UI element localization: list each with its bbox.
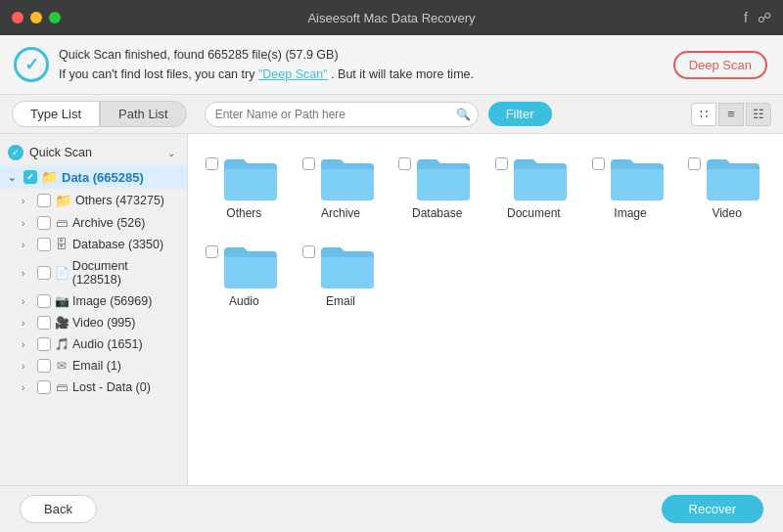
content-area: ✓ Quick Scan ⌄ ⌄ ✓ 📁 Data (665285) › 📁 O… [0,134,783,485]
sidebar-item-archive[interactable]: › 🗃 Archive (526) [0,212,187,234]
video-checkbox[interactable] [37,316,51,330]
others-label: Others (473275) [75,194,164,207]
sidebar: ✓ Quick Scan ⌄ ⌄ ✓ 📁 Data (665285) › 📁 O… [0,134,188,485]
status-pre: If you can't find lost files, you can tr… [59,67,258,81]
file-item-document-top [495,155,573,200]
others-icon: 📁 [55,193,71,208]
file-item-audio-top [206,244,283,288]
file-item-image[interactable]: Image [586,146,675,226]
audio-chevron: › [22,339,33,350]
data-checkbox[interactable]: ✓ [23,170,37,184]
others-file-checkbox[interactable] [206,157,218,170]
archive-folder-icon [319,155,376,200]
data-label: Data (665285) [62,170,144,185]
image-checkbox[interactable] [37,294,51,308]
check-icon: ✓ [14,47,49,82]
others-folder-icon [222,155,279,200]
file-item-database-top [398,155,476,200]
archive-label: Archive (526) [72,216,145,230]
sidebar-item-email[interactable]: › ✉ Email (1) [0,355,187,377]
quick-scan-check: ✓ [8,145,23,160]
file-item-database[interactable]: Database [392,146,482,226]
image-chevron: › [22,296,33,307]
back-button[interactable]: Back [20,495,97,523]
database-checkbox[interactable] [37,238,51,251]
image-file-label: Image [592,206,669,220]
tab-path-list[interactable]: Path List [100,101,187,127]
search-icon: 🔍 [456,108,471,121]
database-file-checkbox[interactable] [398,157,411,170]
search-box: 🔍 [205,102,479,127]
document-checkbox[interactable] [37,266,51,280]
detail-view-button[interactable]: ☷ [746,103,771,126]
list-view-button[interactable]: ≡ [718,103,744,126]
file-item-video-top [688,155,765,200]
sidebar-item-video[interactable]: › 🎥 Video (995) [0,312,187,333]
status-text: Quick Scan finished, found 665285 file(s… [59,45,658,84]
tab-type-list[interactable]: Type List [12,101,100,127]
image-label: Image (56969) [72,294,152,308]
grid-view-button[interactable]: ∷ [691,103,716,126]
facebook-icon[interactable]: f [744,10,748,25]
file-item-video[interactable]: Video [682,146,771,226]
maximize-button[interactable] [49,12,61,23]
toolbar: Type List Path List 🔍 Filter ∷ ≡ ☷ [0,95,783,134]
file-item-document[interactable]: Document [489,146,578,226]
document-label: Document (128518) [72,259,179,287]
image-file-checkbox[interactable] [592,157,605,170]
email-file-checkbox[interactable] [302,245,315,258]
search-input[interactable] [205,102,479,127]
titlebar-actions: f ☍ [744,10,771,25]
sidebar-item-others[interactable]: › 📁 Others (473275) [0,189,187,212]
deep-scan-link[interactable]: "Deep Scan" [258,67,328,81]
deep-scan-button[interactable]: Deep Scan [673,51,767,79]
audio-icon: 🎵 [55,337,69,351]
main-window: ✓ Quick Scan finished, found 665285 file… [0,35,783,532]
chat-icon[interactable]: ☍ [758,10,771,25]
email-icon: ✉ [55,359,69,373]
sidebar-item-image[interactable]: › 📷 Image (56969) [0,290,187,312]
recover-button[interactable]: Recover [662,495,763,523]
video-chevron: › [22,318,33,329]
file-item-archive[interactable]: Archive [297,146,386,226]
video-file-checkbox[interactable] [688,157,701,170]
lost-data-chevron: › [22,382,33,393]
file-item-email-top [302,244,380,288]
email-file-label: Email [302,294,380,308]
quick-scan-chevron: ⌄ [167,148,179,158]
file-item-email[interactable]: Email [297,234,386,314]
others-checkbox[interactable] [37,194,51,207]
view-toggle: ∷ ≡ ☷ [691,103,771,126]
quick-scan-row: ✓ Quick Scan ⌄ [0,140,187,165]
window-controls [12,12,61,23]
sidebar-item-database[interactable]: › 🗄 Database (3350) [0,234,187,255]
video-icon: 🎥 [55,316,69,330]
document-icon: 📄 [55,266,69,280]
file-item-archive-top [302,155,380,200]
email-chevron: › [22,361,33,372]
sidebar-item-audio[interactable]: › 🎵 Audio (1651) [0,333,187,355]
app-title: Aiseesoft Mac Data Recovery [307,11,475,25]
audio-file-checkbox[interactable] [206,245,218,258]
audio-label: Audio (1651) [72,337,143,351]
archive-checkbox[interactable] [37,216,51,230]
close-button[interactable] [12,12,23,23]
data-folder-icon: 📁 [41,169,58,185]
email-checkbox[interactable] [37,359,51,373]
sidebar-item-document[interactable]: › 📄 Document (128518) [0,255,187,290]
database-label: Database (3350) [72,238,163,251]
filter-button[interactable]: Filter [488,102,552,126]
status-line1: Quick Scan finished, found 665285 file(s… [59,45,658,65]
file-item-others[interactable]: Others [200,146,289,226]
minimize-button[interactable] [30,12,42,23]
sidebar-item-data[interactable]: ⌄ ✓ 📁 Data (665285) [0,165,187,189]
archive-file-checkbox[interactable] [302,157,315,170]
sidebar-item-lost-data[interactable]: › 🗃 Lost - Data (0) [0,377,187,398]
file-item-audio[interactable]: Audio [200,234,289,314]
audio-checkbox[interactable] [37,337,51,351]
document-file-checkbox[interactable] [495,157,508,170]
lost-data-checkbox[interactable] [37,380,51,394]
audio-folder-icon [222,244,279,288]
email-label: Email (1) [72,359,121,373]
status-bar: ✓ Quick Scan finished, found 665285 file… [0,35,783,95]
